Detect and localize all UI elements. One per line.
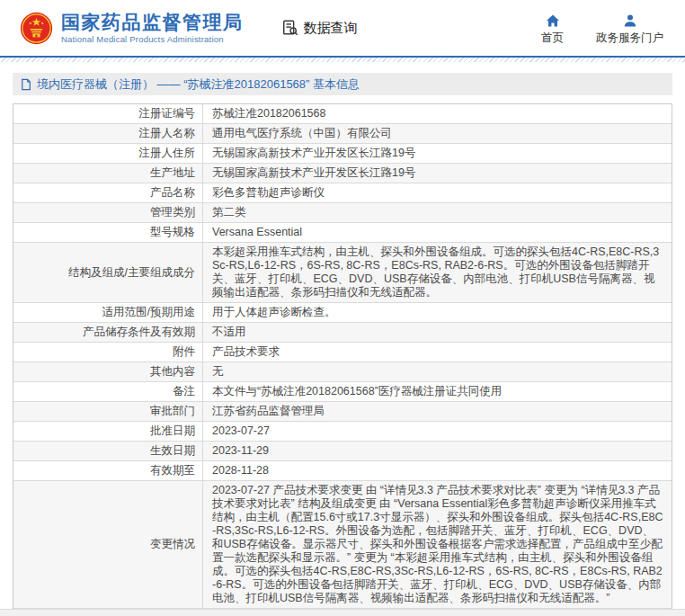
page-icon [21,78,31,91]
row-label: 结构及组成/主要组成成分 [13,243,203,302]
row-value: 不适用 [203,323,672,342]
row-label: 批准日期 [13,422,203,441]
row-label: 其他内容 [13,362,203,381]
row-label: 产品储存条件及有效期 [13,323,203,342]
nav-home[interactable]: 首页 [541,13,564,46]
row-label: 变更情况 [13,481,203,608]
table-row: 备注 本文件与“苏械注准20182061568”医疗器械注册证共同使用 [13,382,672,402]
nav-gov-portal[interactable]: 政务服务门户 [596,13,663,46]
table-row: 其他内容 无 [13,362,672,382]
row-label: 生效日期 [13,442,203,460]
national-emblem-logo [20,12,53,45]
row-value: 无锡国家高新技术产业开发区长江路19号 [203,164,672,183]
user-icon [623,13,637,28]
row-value: 本文件与“苏械注准20182061568”医疗器械注册证共同使用 [203,382,672,401]
table-row: 注册人名称 通用电气医疗系统（中国）有限公司 [13,124,672,144]
row-value: 用于人体超声诊断检查。 [203,303,672,322]
breadcrumb: 境内医疗器械（注册） —— “苏械注准20182061568” 基本信息 [13,73,672,95]
nav-home-label: 首页 [541,31,564,46]
org-name: 国家药品监督管理局 [61,12,244,33]
row-value: 2023-11-29 [203,442,672,460]
row-label: 生产地址 [13,164,203,183]
table-row: 产品储存条件及有效期 不适用 [13,323,672,343]
header-divider-hatch [0,58,685,62]
row-value: 通用电气医疗系统（中国）有限公司 [203,124,672,143]
row-value: 2023-07-27 [203,422,672,441]
row-label: 附件 [13,343,203,362]
row-value: 第二类 [203,203,672,222]
row-value: 苏械注准20182061568 [203,104,672,123]
row-value: 2028-11-28 [203,461,672,480]
info-table: 注册证编号 苏械注准20182061568 注册人名称 通用电气医疗系统（中国）… [13,103,672,616]
org-name-en: National Medical Products Administration [61,34,244,44]
row-value: 本彩超采用推车式结构，由主机、探头和外围设备组成。可选的探头包括4C-RS,E8… [203,243,672,302]
data-query-label: 数据查询 [304,20,358,37]
table-row: 有效期至 2028-11-28 [13,461,672,481]
row-value: 产品技术要求 [203,343,672,362]
table-row: 审批部门 江苏省药品监督管理局 [13,402,672,422]
table-row: 注册人住所 无锡国家高新技术产业开发区长江路19号 [13,144,672,164]
table-row: 生产地址 无锡国家高新技术产业开发区长江路19号 [13,164,672,183]
data-query-button[interactable]: 数据查询 [281,19,358,37]
row-value: 2023-07-27 产品技术要求变更 由 “详情见3.3 产品技术要求对比表”… [203,481,672,608]
document-search-icon [281,19,299,37]
row-label: 产品名称 [13,183,203,202]
table-row: 结构及组成/主要组成成分 本彩超采用推车式结构，由主机、探头和外围设备组成。可选… [13,243,672,303]
footer-strip [0,609,685,616]
row-label: 适用范围/预期用途 [13,303,203,322]
table-row: 管理类别 第二类 [13,203,672,223]
table-row: 产品名称 彩色多普勒超声诊断仪 [13,183,672,203]
row-value: 彩色多普勒超声诊断仪 [203,183,672,202]
table-row: 生效日期 2023-11-29 [13,442,672,461]
site-header: 国家药品监督管理局 National Medical Products Admi… [0,0,685,56]
header-nav: 首页 政务服务门户 [541,13,663,46]
table-row: 适用范围/预期用途 用于人体超声诊断检查。 [13,303,672,323]
row-label: 注册人住所 [13,144,203,163]
row-value: 无 [203,362,672,381]
row-value: 无锡国家高新技术产业开发区长江路19号 [203,144,672,163]
page: 国家药品监督管理局 National Medical Products Admi… [0,0,685,616]
row-label: 有效期至 [13,461,203,480]
row-label: 管理类别 [13,203,203,222]
table-row: 批准日期 2023-07-27 [13,422,672,442]
table-row: 附件 产品技术要求 [13,343,672,362]
nav-gov-portal-label: 政务服务门户 [596,31,663,46]
site-title-block: 国家药品监督管理局 National Medical Products Admi… [61,12,244,44]
home-icon [546,13,560,28]
table-row: 变更情况 2023-07-27 产品技术要求变更 由 “详情见3.3 产品技术要… [13,481,672,609]
row-label: 审批部门 [13,402,203,421]
row-label: 型号规格 [13,223,203,242]
row-label: 注册证编号 [13,104,203,123]
row-label: 备注 [13,382,203,401]
row-label: 注册人名称 [13,124,203,143]
table-row: 型号规格 Versana Essential [13,223,672,243]
table-row: 注册证编号 苏械注准20182061568 [13,104,672,124]
row-value: 江苏省药品监督管理局 [203,402,672,421]
row-value: Versana Essential [203,223,672,242]
breadcrumb-text: 境内医疗器械（注册） —— “苏械注准20182061568” 基本信息 [37,76,360,93]
